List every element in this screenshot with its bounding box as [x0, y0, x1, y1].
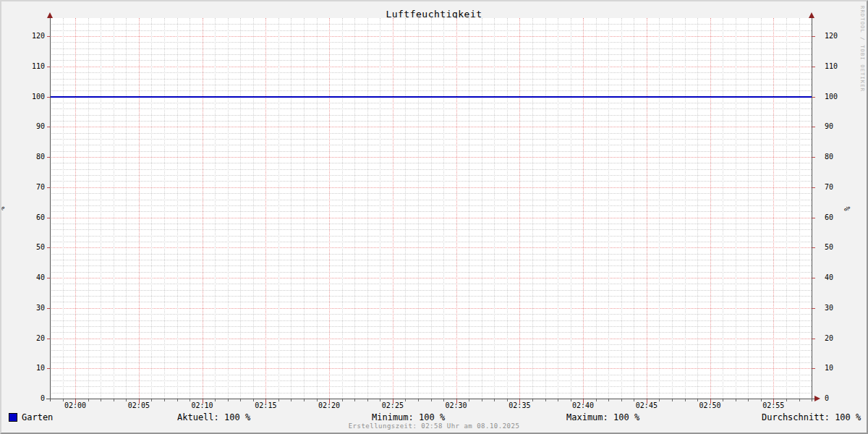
major-h-gridline: [50, 36, 812, 37]
minor-h-gridline: [50, 242, 812, 242]
y-tick-label-left: 30: [20, 304, 45, 312]
minor-v-gridline: [431, 18, 432, 399]
minor-h-gridline: [50, 145, 812, 145]
x-minor-tick: [558, 399, 558, 401]
legend-stat: Minimum: 100 %: [372, 412, 445, 422]
y-tick-label-right: 110: [825, 62, 849, 70]
x-tick-label: 02:45: [631, 401, 663, 409]
minor-h-gridline: [50, 393, 812, 393]
x-minor-tick: [799, 399, 800, 401]
x-axis: [46, 399, 817, 399]
major-v-gridline: [203, 18, 203, 399]
major-h-gridline: [50, 187, 812, 188]
x-minor-tick: [215, 399, 216, 401]
y-tick-label-right: 0: [825, 394, 849, 402]
y-tick-label-right: 100: [825, 93, 849, 101]
y-axis-arrow-right-icon: [809, 12, 814, 18]
minor-h-gridline: [50, 60, 812, 61]
minor-v-gridline: [190, 18, 190, 399]
minor-v-gridline: [317, 18, 318, 399]
minor-v-gridline: [443, 18, 444, 399]
x-minor-tick: [418, 399, 419, 401]
plot-area: [50, 18, 812, 399]
y-tick-label-left: 90: [20, 122, 45, 130]
major-v-gridline: [329, 18, 330, 399]
x-minor-tick: [685, 399, 686, 401]
minor-v-gridline: [418, 18, 419, 399]
y-major-tick-right: [812, 127, 815, 127]
minor-v-gridline: [532, 18, 533, 399]
minor-h-gridline: [50, 362, 812, 363]
x-minor-tick: [88, 399, 89, 401]
x-tick-label: 02:50: [694, 401, 726, 409]
y-tick-label-right: 90: [825, 122, 849, 130]
y-major-tick-right: [812, 157, 815, 158]
minor-v-gridline: [571, 18, 571, 399]
x-minor-tick: [621, 399, 622, 401]
minor-h-gridline: [50, 200, 812, 200]
major-v-gridline: [519, 18, 520, 399]
minor-v-gridline: [723, 18, 723, 399]
y-major-tick-right: [812, 278, 815, 278]
y-major-tick-right: [812, 218, 815, 218]
minor-h-gridline: [50, 169, 812, 170]
legend-series-label: Garten: [22, 412, 53, 422]
major-v-gridline: [647, 18, 647, 399]
minor-h-gridline: [50, 90, 812, 91]
minor-v-gridline: [545, 18, 546, 399]
minor-h-gridline: [50, 72, 812, 73]
major-v-gridline: [265, 18, 266, 399]
minor-v-gridline: [558, 18, 558, 399]
minor-v-gridline: [405, 18, 406, 399]
major-h-gridline: [50, 127, 812, 127]
x-minor-tick: [748, 399, 749, 401]
minor-v-gridline: [278, 18, 279, 399]
minor-h-gridline: [50, 211, 812, 212]
major-v-gridline: [583, 18, 584, 399]
y-axis-unit-right: %: [843, 206, 851, 210]
major-v-gridline: [773, 18, 774, 399]
minor-v-gridline: [291, 18, 292, 399]
y-axis-left: [50, 15, 51, 401]
x-tick-label: 02:20: [313, 401, 345, 409]
major-v-gridline: [75, 18, 76, 399]
y-axis-right: [812, 15, 812, 401]
minor-h-gridline: [50, 344, 812, 345]
minor-h-gridline: [50, 54, 812, 55]
x-minor-tick: [291, 399, 292, 401]
minor-v-gridline: [482, 18, 482, 399]
y-tick-label-right: 50: [825, 243, 849, 251]
series-line-garten: [50, 96, 812, 98]
minor-v-gridline: [380, 18, 380, 399]
minor-v-gridline: [114, 18, 114, 399]
major-h-gridline: [50, 368, 812, 369]
x-minor-tick: [164, 399, 165, 401]
minor-h-gridline: [50, 224, 812, 224]
minor-h-gridline: [50, 357, 812, 357]
rrdtool-watermark: RRDTOOL / TOBI OETIKER: [859, 6, 865, 92]
y-major-tick-left: [47, 157, 50, 158]
x-minor-tick: [228, 399, 229, 401]
x-tick-label: 02:10: [187, 401, 218, 409]
x-minor-tick: [608, 399, 609, 401]
major-v-gridline: [710, 18, 711, 399]
minor-v-gridline: [240, 18, 241, 399]
minor-v-gridline: [672, 18, 673, 399]
minor-h-gridline: [50, 181, 812, 182]
minor-h-gridline: [50, 24, 812, 25]
minor-h-gridline: [50, 79, 812, 80]
y-tick-label-left: 0: [20, 394, 45, 402]
major-h-gridline: [50, 67, 812, 67]
y-tick-label-right: 40: [825, 273, 849, 281]
minor-h-gridline: [50, 42, 812, 43]
y-tick-label-right: 70: [825, 183, 849, 191]
minor-h-gridline: [50, 85, 812, 85]
y-tick-label-left: 40: [20, 273, 45, 281]
x-tick-label: 02:25: [377, 401, 409, 409]
x-minor-tick: [304, 399, 305, 401]
major-v-gridline: [139, 18, 140, 399]
minor-v-gridline: [126, 18, 127, 399]
minor-h-gridline: [50, 236, 812, 237]
y-major-tick-left: [47, 97, 50, 98]
minor-h-gridline: [50, 260, 812, 260]
